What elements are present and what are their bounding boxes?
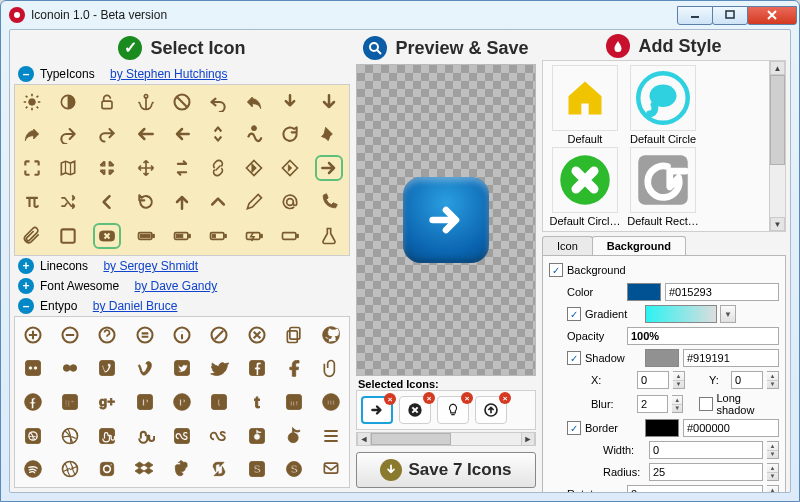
icon-forward[interactable] xyxy=(57,123,79,145)
opacity-input[interactable]: 100% xyxy=(627,327,779,345)
icon-sort[interactable] xyxy=(207,123,229,145)
icon-map[interactable] xyxy=(57,157,79,179)
icon-undo[interactable] xyxy=(207,91,229,113)
remove-icon[interactable]: × xyxy=(461,392,473,404)
icon-move[interactable] xyxy=(135,157,157,179)
icon-question-circle[interactable] xyxy=(96,324,118,346)
plus-circle-icon[interactable]: + xyxy=(18,258,34,274)
icon-gplus[interactable]: g+ xyxy=(96,391,118,413)
color-input[interactable]: #015293 xyxy=(665,283,779,301)
icon-pencil[interactable] xyxy=(243,191,265,213)
icon-copy[interactable] xyxy=(283,324,305,346)
color-swatch[interactable] xyxy=(627,283,661,301)
scroll-thumb[interactable] xyxy=(371,433,451,445)
border-checkbox[interactable]: ✓ xyxy=(567,421,581,435)
icon-phone[interactable] xyxy=(318,191,340,213)
remove-icon[interactable]: × xyxy=(499,392,511,404)
icon-reload[interactable] xyxy=(135,191,157,213)
border-swatch[interactable] xyxy=(645,419,679,437)
shadow-checkbox[interactable]: ✓ xyxy=(567,351,581,365)
collection-author-link[interactable]: by Sergey Shmidt xyxy=(103,259,198,273)
icon-frame[interactable] xyxy=(57,225,79,247)
icon-arrow-right[interactable] xyxy=(315,155,343,181)
icon-twitter[interactable] xyxy=(208,357,230,379)
style-default-rect[interactable]: Default Rect… xyxy=(627,147,699,227)
icon-aperture[interactable] xyxy=(59,458,81,480)
icon-flickr[interactable] xyxy=(59,357,81,379)
icon-expand[interactable] xyxy=(21,157,43,179)
icon-diamond-right[interactable] xyxy=(279,157,301,179)
scroll-thumb[interactable] xyxy=(770,75,785,165)
icon-skype-square[interactable]: S xyxy=(246,458,268,480)
maximize-button[interactable] xyxy=(712,6,748,25)
icon-facebook[interactable] xyxy=(283,357,305,379)
plus-circle-icon[interactable]: + xyxy=(18,278,34,294)
icon-angle-left[interactable] xyxy=(96,191,118,213)
shadow-swatch[interactable] xyxy=(645,349,679,367)
icon-battery-empty[interactable] xyxy=(279,225,301,247)
tab-icon[interactable]: Icon xyxy=(542,236,593,255)
collection-linecons[interactable]: + Linecons by Sergey Shmidt xyxy=(14,256,350,276)
icon-collapse[interactable] xyxy=(96,157,118,179)
icon-rdio[interactable] xyxy=(283,425,305,447)
icon-flattr[interactable] xyxy=(208,458,230,480)
remove-icon[interactable]: × xyxy=(423,392,435,404)
icon-close-circle[interactable] xyxy=(246,324,268,346)
selected-icon-uparrow[interactable]: × xyxy=(475,396,507,424)
icon-dropbox[interactable] xyxy=(134,458,156,480)
icon-battery-charge[interactable] xyxy=(243,225,265,247)
icon-linkedin[interactable]: in xyxy=(320,391,342,413)
icon-equals-circle[interactable] xyxy=(134,324,156,346)
selected-icon-arrow[interactable]: × xyxy=(361,396,393,424)
icon-pinterest-square[interactable]: P xyxy=(134,391,156,413)
icon-spotify[interactable] xyxy=(22,458,44,480)
icon-github[interactable] xyxy=(320,324,342,346)
icon-refresh[interactable] xyxy=(279,123,301,145)
icon-battery-low[interactable] xyxy=(207,225,229,247)
icon-plus-circle[interactable] xyxy=(22,324,44,346)
icon-flask[interactable] xyxy=(318,225,340,247)
icon-pinterest[interactable]: P xyxy=(171,391,193,413)
icon-skype[interactable]: S xyxy=(283,458,305,480)
icon-anchor[interactable] xyxy=(135,91,157,113)
remove-icon[interactable]: × xyxy=(384,393,396,405)
border-input[interactable]: #000000 xyxy=(683,419,779,437)
icon-tumblr[interactable]: t xyxy=(246,391,268,413)
collection-author-link[interactable]: by Dave Gandy xyxy=(135,279,218,293)
icon-download[interactable] xyxy=(279,91,301,113)
longshadow-checkbox[interactable] xyxy=(699,397,712,411)
icon-battery-mid[interactable] xyxy=(171,225,193,247)
selected-icon-close[interactable]: × xyxy=(399,396,431,424)
icon-loop[interactable] xyxy=(171,157,193,179)
icon-shuffle[interactable] xyxy=(57,191,79,213)
x-input[interactable]: 0 xyxy=(637,371,669,389)
icon-minus-circle[interactable] xyxy=(59,324,81,346)
icon-message[interactable] xyxy=(320,458,342,480)
icon-info-circle[interactable] xyxy=(171,324,193,346)
icon-lastfm[interactable] xyxy=(208,425,230,447)
shadow-input[interactable]: #919191 xyxy=(683,349,779,367)
y-input[interactable]: 0 xyxy=(731,371,763,389)
icon-gplus-square[interactable]: g+ xyxy=(59,391,81,413)
x-spinner[interactable]: ▲▼ xyxy=(673,371,685,389)
collection-entypo[interactable]: – Entypo by Daniel Bruce xyxy=(14,296,350,316)
icon-arrow-curve[interactable] xyxy=(96,123,118,145)
style-default-circle2[interactable]: Default Circl… xyxy=(549,147,621,227)
collection-author-link[interactable]: by Stephen Hutchings xyxy=(110,67,227,81)
icon-arrow-down[interactable] xyxy=(318,91,340,113)
icon-ban[interactable] xyxy=(171,91,193,113)
gradient-combo[interactable]: ▼ xyxy=(720,305,736,323)
style-grid-scrollbar[interactable]: ▲ ▼ xyxy=(769,61,785,231)
collection-typeicons[interactable]: – TypeIcons by Stephen Hutchings xyxy=(14,64,350,84)
icon-battery-full[interactable] xyxy=(135,225,157,247)
icon-contrast[interactable] xyxy=(57,91,79,113)
scroll-left-icon[interactable]: ◄ xyxy=(357,433,371,445)
blur-spinner[interactable]: ▲▼ xyxy=(672,395,684,413)
icon-pin-rot[interactable] xyxy=(318,123,340,145)
gradient-swatch[interactable] xyxy=(645,305,717,323)
icon-dribbble[interactable] xyxy=(59,425,81,447)
scroll-up-icon[interactable]: ▲ xyxy=(770,61,785,75)
minus-circle-icon[interactable]: – xyxy=(18,66,34,82)
icon-x-square[interactable] xyxy=(93,223,121,249)
tab-background[interactable]: Background xyxy=(592,236,686,255)
